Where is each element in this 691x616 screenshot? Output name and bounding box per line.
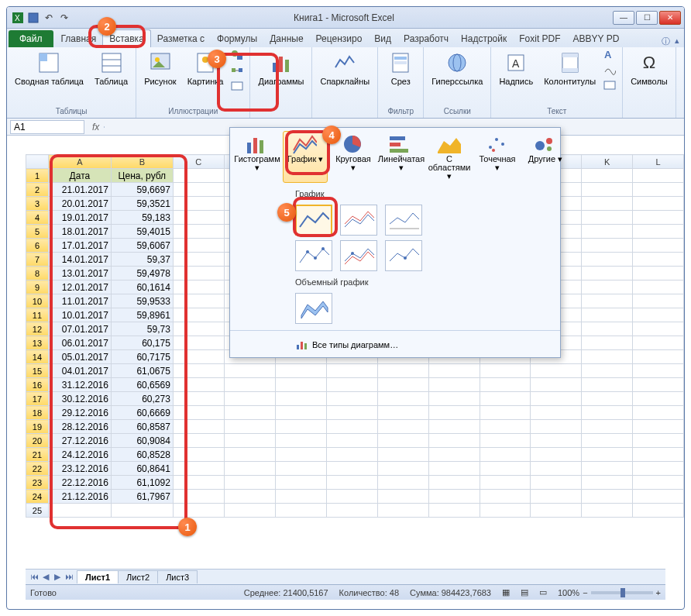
chart-type-График[interactable]: График ▾ — [283, 131, 328, 183]
cell-A3[interactable]: 20.01.2017 — [48, 197, 111, 211]
cell-K4[interactable] — [582, 211, 633, 225]
cell-A5[interactable]: 18.01.2017 — [48, 225, 111, 239]
cell-A8[interactable]: 13.01.2017 — [48, 267, 111, 280]
cell-I25[interactable] — [480, 504, 531, 518]
cell-C15[interactable] — [173, 364, 224, 378]
cell-B14[interactable]: 60,7175 — [111, 350, 173, 364]
cell-K7[interactable] — [582, 253, 633, 267]
cell-L15[interactable] — [633, 364, 684, 378]
cell-F18[interactable] — [326, 406, 377, 420]
cell-E18[interactable] — [275, 406, 326, 420]
cell-C3[interactable] — [173, 197, 224, 211]
cell-K9[interactable] — [582, 280, 633, 294]
chart-type-С областями[interactable]: С областями ▾ — [427, 131, 472, 183]
cell-A24[interactable]: 21.12.2016 — [48, 490, 111, 504]
cell-I19[interactable] — [480, 420, 531, 434]
cell-A13[interactable]: 06.01.2017 — [48, 336, 111, 350]
row-header-20[interactable]: 20 — [26, 434, 49, 448]
cell-F24[interactable] — [326, 490, 377, 504]
cell-A4[interactable]: 19.01.2017 — [48, 211, 111, 225]
cell-K11[interactable] — [582, 308, 633, 322]
cell-E20[interactable] — [275, 434, 326, 448]
cell-A18[interactable]: 29.12.2016 — [48, 406, 111, 420]
header-footer-button[interactable]: Колонтитулы — [541, 49, 599, 88]
cell-G20[interactable] — [377, 434, 428, 448]
fx-icon[interactable]: fx — [88, 122, 104, 132]
cell-F17[interactable] — [326, 392, 377, 406]
cell-K12[interactable] — [582, 322, 633, 336]
hyperlink-button[interactable]: Гиперссылка — [428, 49, 486, 88]
cell-I23[interactable] — [480, 476, 531, 490]
col-header-K[interactable]: K — [582, 155, 633, 169]
col-header-B[interactable]: B — [111, 155, 173, 169]
screenshot-icon[interactable] — [231, 80, 245, 94]
symbols-button[interactable]: ΩСимволы — [627, 49, 671, 88]
object-icon[interactable] — [603, 80, 617, 94]
cell-C21[interactable] — [173, 448, 224, 462]
cell-A14[interactable]: 05.01.2017 — [48, 350, 111, 364]
row-header-10[interactable]: 10 — [26, 294, 49, 308]
row-header-6[interactable]: 6 — [26, 239, 49, 253]
maximize-button[interactable]: ☐ — [636, 11, 658, 25]
ribbon-tab-8[interactable]: Надстройк — [455, 30, 513, 47]
cell-L13[interactable] — [633, 336, 684, 350]
cell-H22[interactable] — [428, 462, 480, 476]
cell-B2[interactable]: 59,6697 — [111, 183, 173, 197]
sheet-tab-Лист3[interactable]: Лист3 — [157, 570, 198, 583]
cell-I17[interactable] — [480, 392, 531, 406]
cell-L18[interactable] — [633, 406, 684, 420]
undo-icon[interactable]: ↶ — [43, 12, 55, 24]
minimize-button[interactable]: — — [613, 11, 634, 25]
cell-K5[interactable] — [582, 225, 633, 239]
ribbon-tab-10[interactable]: ABBYY PD — [567, 30, 626, 47]
sheet-tab-Лист2[interactable]: Лист2 — [118, 570, 158, 583]
chart-type-Гистограмм[interactable]: Гистограмм ▾ — [235, 131, 280, 183]
cell-K15[interactable] — [582, 364, 633, 378]
ribbon-tab-0[interactable]: Главная — [55, 30, 103, 47]
cell-B18[interactable]: 60,6669 — [111, 406, 173, 420]
cell-J20[interactable] — [531, 434, 582, 448]
cell-E17[interactable] — [275, 392, 326, 406]
cell-G19[interactable] — [377, 420, 428, 434]
close-button[interactable]: ✕ — [659, 11, 681, 25]
row-header-2[interactable]: 2 — [26, 183, 49, 197]
cell-C4[interactable] — [173, 211, 224, 225]
minimize-ribbon-icon[interactable]: ▴ — [675, 36, 679, 47]
row-header-24[interactable]: 24 — [26, 490, 49, 504]
pivot-table-button[interactable]: Сводная таблица — [12, 49, 87, 88]
sparklines-button[interactable]: Спарклайны — [317, 49, 373, 88]
signature-icon[interactable] — [603, 64, 617, 78]
cell-K6[interactable] — [582, 239, 633, 253]
cell-H24[interactable] — [428, 490, 480, 504]
cell-C6[interactable] — [173, 239, 224, 253]
row-header-16[interactable]: 16 — [26, 378, 49, 392]
cell-K22[interactable] — [582, 462, 633, 476]
cell-C19[interactable] — [173, 420, 224, 434]
cell-E15[interactable] — [275, 364, 326, 378]
cell-K1[interactable] — [582, 169, 633, 183]
row-header-21[interactable]: 21 — [26, 448, 49, 462]
help-icon[interactable]: ⓘ — [662, 36, 670, 47]
textbox-button[interactable]: AНадпись — [496, 49, 536, 88]
cell-B24[interactable]: 61,7967 — [111, 490, 173, 504]
cell-I22[interactable] — [480, 462, 531, 476]
cell-B20[interactable]: 60,9084 — [111, 434, 173, 448]
row-header-22[interactable]: 22 — [26, 462, 49, 476]
picture-button[interactable]: Рисунок — [141, 49, 180, 88]
cell-A23[interactable]: 22.12.2016 — [48, 476, 111, 490]
row-header-17[interactable]: 17 — [26, 392, 49, 406]
cell-G17[interactable] — [377, 392, 428, 406]
row-header-23[interactable]: 23 — [26, 476, 49, 490]
cell-E22[interactable] — [275, 462, 326, 476]
cell-D23[interactable] — [224, 476, 275, 490]
cell-C23[interactable] — [173, 476, 224, 490]
col-header-L[interactable]: L — [633, 155, 684, 169]
table-button[interactable]: Таблица — [91, 49, 131, 88]
row-header-8[interactable]: 8 — [26, 267, 49, 280]
cell-J24[interactable] — [531, 490, 582, 504]
cell-H25[interactable] — [428, 504, 480, 518]
cell-E23[interactable] — [275, 476, 326, 490]
cell-L20[interactable] — [633, 434, 684, 448]
cell-L11[interactable] — [633, 308, 684, 322]
view-break-icon[interactable]: ▭ — [539, 587, 547, 597]
